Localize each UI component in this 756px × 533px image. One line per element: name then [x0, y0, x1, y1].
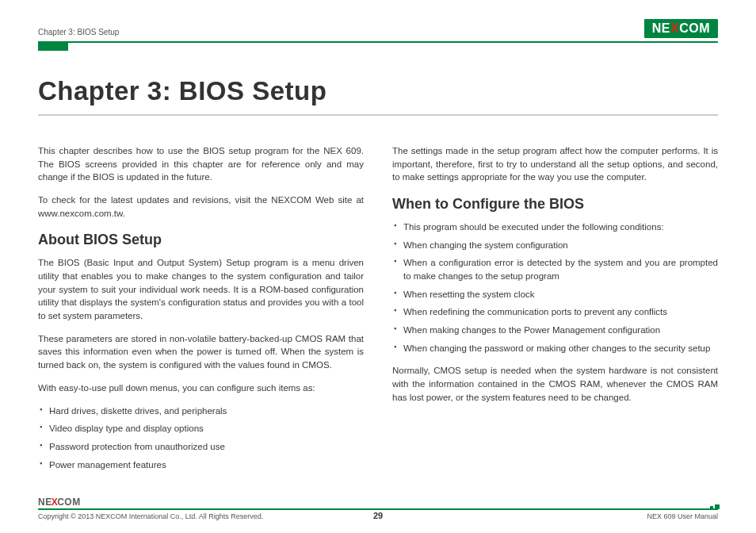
logo-text-left: NE — [652, 21, 670, 36]
list-item: When making changes to the Power Managem… — [392, 324, 718, 337]
about-bios-heading: About BIOS Setup — [38, 229, 364, 250]
about-paragraph-3: With easy-to-use pull down menus, you ca… — [38, 382, 364, 395]
footer-logo-right: COM — [57, 497, 81, 508]
logo-text-right: COM — [679, 21, 710, 36]
when-configure-heading: When to Configure the BIOS — [392, 194, 718, 214]
right-intro: The settings made in the setup program a… — [392, 144, 718, 184]
left-column: This chapter describes how to use the BI… — [38, 144, 364, 481]
about-paragraph-2: These parameters are stored in non-volat… — [38, 332, 364, 372]
page-footer: NEXCOM Copyright © 2013 NEXCOM Internati… — [38, 497, 718, 520]
when-bullet-list: This program should be executed under th… — [392, 220, 718, 355]
list-item: When a configuration error is detected b… — [392, 256, 718, 282]
right-column: The settings made in the setup program a… — [392, 144, 718, 481]
running-head: Chapter 3: BIOS Setup — [38, 28, 119, 38]
intro-paragraph-2: To check for the latest updates and revi… — [38, 194, 364, 220]
list-item: Power management features — [38, 458, 364, 472]
list-item: When resetting the system clock — [392, 288, 718, 301]
footer-divider — [38, 508, 718, 510]
intro-paragraph-1: This chapter describes how to use the BI… — [38, 144, 364, 184]
list-item: When redefining the communication ports … — [392, 305, 718, 319]
list-item: When changing the system configuration — [392, 239, 718, 252]
list-item: Password protection from unauthorized us… — [38, 440, 364, 454]
right-outro: Normally, CMOS setup is needed when the … — [392, 364, 718, 404]
content-columns: This chapter describes how to use the BI… — [38, 144, 718, 481]
page-header: Chapter 3: BIOS Setup NEXCOM — [38, 19, 718, 43]
footer-logo-left: NE — [38, 497, 52, 508]
page-number: 29 — [373, 511, 383, 520]
list-item: Video display type and display options — [38, 422, 364, 435]
header-accent-tab — [38, 43, 68, 51]
about-bullet-list: Hard drives, diskette drives, and periph… — [38, 405, 364, 472]
chapter-title: Chapter 3: BIOS Setup — [38, 76, 718, 116]
corner-decoration-icon — [710, 504, 720, 509]
about-paragraph-1: The BIOS (Basic Input and Output System)… — [38, 256, 364, 322]
copyright-text: Copyright © 2013 NEXCOM International Co… — [38, 512, 263, 520]
list-item: When changing the password or making oth… — [392, 342, 718, 355]
list-item: This program should be executed under th… — [392, 220, 718, 234]
nexcom-logo: NEXCOM — [644, 19, 718, 38]
manual-name: NEX 609 User Manual — [647, 512, 718, 520]
logo-x-icon: X — [670, 21, 679, 36]
footer-logo: NEXCOM — [38, 497, 718, 508]
list-item: Hard drives, diskette drives, and periph… — [38, 405, 364, 418]
